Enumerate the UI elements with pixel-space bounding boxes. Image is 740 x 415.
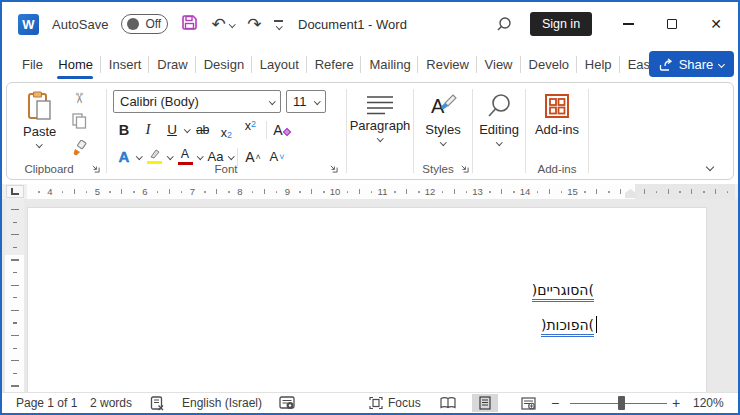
share-button[interactable]: Share [649,51,734,77]
highlighter-pen-icon [148,149,161,160]
text-line-2[interactable]: )הפוכות( [541,317,594,337]
eraser-icon [282,128,290,136]
tab-draw[interactable]: Draw [149,46,194,82]
paste-dropdown-chevron-icon [36,141,42,147]
ruler-tick: 13 [472,186,483,197]
highlight-chevron-icon[interactable] [167,153,173,159]
print-layout-button[interactable] [472,394,498,412]
ruler-tick [13,348,17,349]
font-name-combobox[interactable]: Calibri (Body) [113,90,281,113]
styles-button[interactable]: A Styles [414,93,472,145]
document-page[interactable]: )הסוגריים( )הפוכות( [27,207,707,394]
focus-mode-button[interactable]: Focus [369,393,421,413]
close-button[interactable]: ✕ [694,2,738,46]
underline-dropdown-chevron-icon[interactable] [184,126,190,132]
ruler-tick [228,191,230,193]
zoom-level[interactable]: 120% [693,393,724,413]
clipboard-group: Paste ✂ Clipboard [7,83,105,179]
tab-insert[interactable]: Insert [101,46,149,82]
paste-button[interactable]: Paste [23,91,56,147]
web-layout-button[interactable] [515,394,541,412]
word-count[interactable]: 2 words [90,393,132,413]
language-indicator[interactable]: English (Israel) [182,393,262,413]
zoom-slider-thumb[interactable] [618,396,625,410]
ruler-tick: 14 [520,186,531,197]
ruler-tick [442,191,444,193]
save-icon[interactable] [181,14,198,35]
paragraph-button[interactable]: Paragraph [347,95,413,141]
ruler-tick [596,189,597,194]
redo-icon[interactable]: ↷ [247,16,261,33]
change-case-chevron-icon[interactable] [228,153,234,159]
undo-dropdown-chevron-icon[interactable] [229,21,235,27]
autosave-toggle[interactable]: Off [121,14,168,34]
clipboard-dialog-launcher[interactable] [91,164,101,174]
collapse-ribbon-chevron-icon[interactable] [706,163,714,171]
autosave-state: Off [145,17,161,31]
page-indicator[interactable]: Page 1 of 1 [16,393,77,413]
text-line-1[interactable]: )הסוגריים( [532,282,594,302]
ruler-tick [311,189,312,194]
ruler-tick: 5 [95,186,100,197]
font-color-chevron-icon[interactable] [197,153,203,159]
tab-help[interactable]: Help [577,46,619,82]
styles-dialog-launcher[interactable] [460,164,470,174]
cut-icon[interactable]: ✂ [71,92,86,105]
horizontal-ruler[interactable]: 456789101112131415 [2,184,738,199]
proofing-errors-icon[interactable] [150,393,165,413]
ruler-tick [11,360,19,361]
strikethrough-button[interactable]: ab [192,119,214,140]
zoom-out-button[interactable]: − [551,393,559,413]
word-logo-icon[interactable]: W [18,14,39,35]
zoom-in-button[interactable]: + [672,393,680,413]
text-cursor [596,316,597,333]
tab-design[interactable]: Design [196,46,251,82]
maximize-button[interactable] [650,2,694,46]
tab-references[interactable]: Refere [307,46,361,82]
subscript-button[interactable]: x2 [216,119,238,140]
window-title: Document1 - Word [298,2,407,46]
tab-layout[interactable]: Layout [252,46,306,82]
ruler-tick [371,191,373,193]
tab-mailings[interactable]: Mailing [361,46,417,82]
editing-group: Editing [473,83,525,179]
font-size-combobox[interactable]: 11 [286,90,326,113]
clear-formatting-button[interactable]: A [271,119,293,140]
underline-button[interactable]: U [161,119,183,140]
ruler-tick [323,191,325,193]
format-painter-icon[interactable] [71,140,87,160]
ruler-tick [13,322,17,323]
ruler-tick [13,247,17,248]
styles-group: A Styles Styles [414,83,472,179]
ruler-tick [11,385,19,386]
web-layout-icon [521,397,536,410]
italic-button[interactable]: I [137,119,159,140]
ruler-tick [656,191,658,193]
ruler-tick [644,189,645,194]
customize-quick-access-icon[interactable] [274,20,283,28]
tab-developer[interactable]: Develo [521,46,576,82]
addins-button[interactable]: Add-ins [526,93,588,137]
tab-review[interactable]: Review [418,46,475,82]
undo-icon[interactable]: ↶ [211,16,225,33]
tab-view[interactable]: View [477,46,520,82]
text-predictions-icon[interactable] [279,393,295,413]
read-mode-button[interactable] [435,394,461,412]
editing-button[interactable]: Editing [473,93,525,145]
search-icon[interactable] [484,16,524,32]
superscript-button[interactable]: x2 [240,119,262,140]
vertical-ruler[interactable] [5,199,24,394]
tab-home[interactable]: Home [50,46,100,82]
ruler-tick [584,191,586,193]
ruler-tick [11,259,19,260]
ruler-tick [216,189,217,194]
sign-in-button[interactable]: Sign in [530,12,592,36]
text-effects-chevron-icon[interactable] [136,153,142,159]
ruler-tick [157,191,159,193]
bold-button[interactable]: B [113,119,135,140]
minimize-button[interactable] [606,2,650,46]
copy-icon[interactable] [72,113,87,133]
tab-file[interactable]: File [14,46,50,82]
ruler-tick [13,272,17,273]
font-dialog-launcher[interactable] [329,164,339,174]
